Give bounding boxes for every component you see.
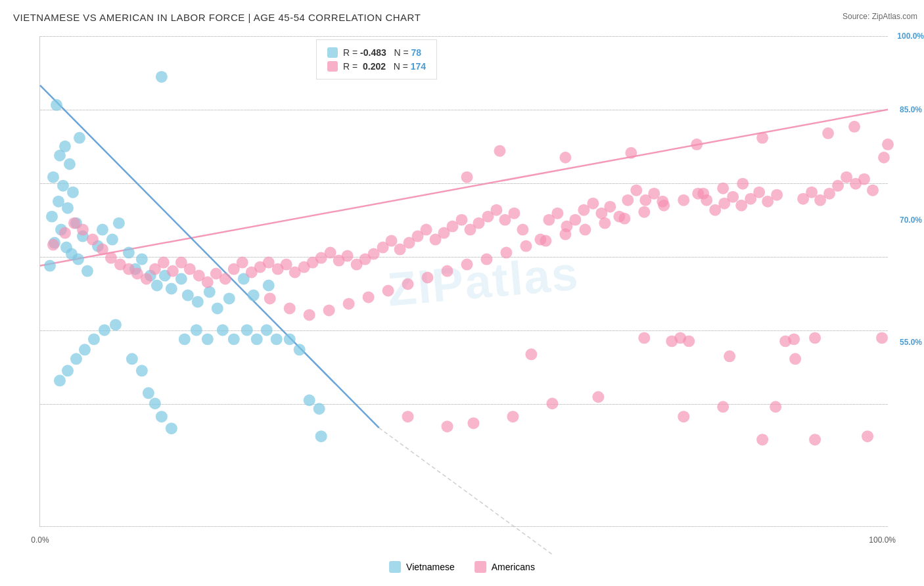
svg-point-47	[54, 374, 66, 386]
legend-r-vietnamese: R = -0.483 N = 78	[343, 47, 421, 58]
y-tick-70: 70.0%	[900, 215, 922, 225]
svg-point-189	[678, 411, 689, 422]
x-tick-100: 100.0%	[869, 535, 896, 545]
svg-point-71	[47, 239, 59, 251]
svg-point-39	[212, 302, 223, 314]
svg-point-37	[192, 296, 204, 307]
svg-point-170	[559, 152, 571, 164]
svg-point-26	[106, 234, 118, 246]
svg-point-70	[315, 430, 327, 442]
svg-point-173	[756, 132, 768, 144]
legend-row-americans: R = 0.202 N = 174	[327, 61, 426, 72]
svg-point-59	[202, 333, 214, 345]
svg-point-56	[143, 387, 154, 399]
svg-point-27	[113, 217, 125, 229]
svg-point-136	[622, 194, 634, 206]
svg-point-64	[261, 324, 273, 336]
svg-point-43	[88, 333, 100, 345]
svg-point-183	[724, 350, 735, 362]
svg-point-165	[876, 332, 888, 344]
svg-point-191	[770, 401, 781, 413]
svg-point-53	[156, 411, 168, 422]
svg-point-204	[500, 247, 512, 259]
svg-point-193	[284, 302, 296, 314]
y-tick-85: 85.0%	[900, 105, 922, 114]
svg-point-214	[697, 188, 709, 200]
svg-point-13	[62, 202, 74, 214]
vietnamese-bottom-dot	[389, 561, 401, 573]
svg-point-212	[658, 200, 670, 212]
svg-point-38	[204, 286, 216, 298]
bottom-legend-americans: Americans	[474, 561, 535, 573]
source-label: Source: ZipAtlas.com	[843, 12, 917, 21]
svg-point-23	[81, 265, 93, 277]
svg-point-81	[141, 273, 152, 285]
svg-point-153	[771, 189, 783, 201]
svg-point-198	[382, 284, 394, 296]
svg-point-75	[87, 234, 99, 246]
svg-point-88	[202, 277, 214, 288]
svg-line-2	[379, 428, 553, 554]
svg-point-184	[789, 353, 801, 365]
svg-point-72	[59, 227, 71, 239]
svg-point-128	[551, 208, 563, 219]
bottom-legend-vietnamese: Vietnamese	[389, 561, 455, 573]
svg-point-205	[520, 240, 532, 252]
svg-point-201	[442, 265, 453, 277]
svg-point-55	[149, 397, 161, 409]
svg-point-32	[151, 280, 163, 292]
svg-point-44	[79, 344, 91, 355]
bottom-legend: Vietnamese Americans	[389, 561, 535, 573]
svg-point-203	[480, 254, 492, 265]
svg-point-84	[167, 265, 179, 277]
svg-point-36	[182, 289, 194, 301]
svg-point-196	[343, 298, 355, 309]
svg-point-168	[461, 171, 473, 183]
svg-point-66	[284, 333, 296, 345]
svg-point-208	[579, 224, 591, 236]
svg-point-90	[219, 273, 231, 285]
svg-point-21	[72, 254, 84, 265]
svg-point-169	[494, 145, 505, 157]
svg-point-200	[422, 272, 434, 284]
svg-point-58	[191, 324, 202, 336]
svg-point-28	[123, 247, 135, 259]
svg-point-25	[97, 224, 108, 236]
svg-point-3	[51, 99, 62, 111]
svg-point-34	[166, 282, 177, 294]
svg-point-42	[110, 319, 122, 330]
svg-point-74	[77, 224, 89, 236]
y-tick-100: 100.0%	[897, 32, 924, 41]
svg-point-206	[540, 235, 551, 247]
svg-point-178	[467, 417, 479, 429]
svg-point-155	[788, 333, 800, 345]
svg-point-51	[248, 289, 260, 301]
svg-point-76	[97, 244, 108, 256]
svg-point-123	[508, 208, 520, 219]
svg-point-49	[136, 365, 148, 376]
svg-point-117	[456, 214, 468, 226]
svg-point-92	[237, 257, 248, 269]
x-tick-0: 0.0%	[31, 535, 49, 545]
svg-point-164	[867, 185, 879, 196]
svg-point-175	[848, 121, 860, 133]
svg-point-30	[136, 254, 148, 265]
svg-point-63	[251, 333, 263, 345]
svg-point-182	[638, 332, 650, 344]
svg-point-207	[559, 229, 571, 240]
legend-box: R = -0.483 N = 78 R = 0.202 N = 174	[316, 39, 437, 79]
americans-label: Americans	[492, 562, 535, 572]
svg-point-132	[587, 198, 599, 210]
svg-point-177	[442, 420, 453, 432]
svg-point-54	[166, 422, 177, 434]
svg-point-160	[832, 180, 844, 192]
svg-point-185	[809, 332, 821, 344]
svg-point-179	[507, 411, 519, 422]
svg-point-148	[727, 191, 739, 203]
svg-point-211	[638, 206, 650, 218]
y-tick-55: 55.0%	[900, 338, 922, 347]
svg-point-62	[241, 324, 253, 336]
svg-point-176	[402, 411, 414, 422]
svg-point-199	[402, 279, 414, 290]
svg-point-45	[70, 353, 82, 365]
